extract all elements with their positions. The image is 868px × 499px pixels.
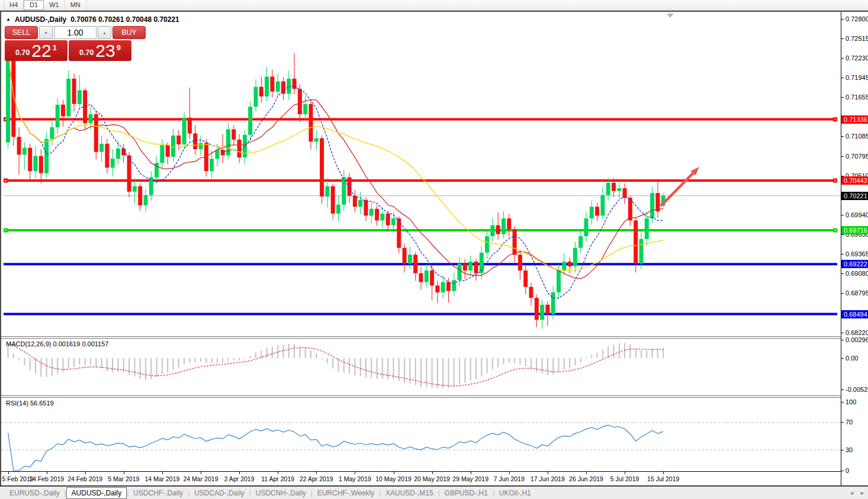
buy-button[interactable]: BUY	[112, 26, 146, 39]
volume-increase-button[interactable]: ▲	[98, 26, 111, 39]
date-tick	[8, 472, 9, 474]
tab-xauusd-m15[interactable]: XAUUSD-,M15	[381, 488, 438, 498]
price-tick-label: 0.68220	[846, 329, 868, 336]
date-tick	[663, 472, 664, 474]
date-tick	[548, 472, 548, 474]
sell-price-prefix: 0.70	[15, 49, 30, 57]
rsi-tick	[841, 402, 844, 403]
date-tick-label: 10 May 2019	[375, 475, 412, 482]
tab-usdchf-daily[interactable]: USDCHF-,Daily	[128, 488, 188, 498]
timeframe-button-w1[interactable]: W1	[44, 0, 65, 10]
buy-price-tile[interactable]: 0.70 23 9	[69, 40, 131, 61]
tab-eurchf-weekly[interactable]: EURCHF-,Weekly	[313, 488, 379, 498]
price-tick-label: 0.69365	[846, 250, 868, 257]
macd-tick	[841, 358, 844, 359]
date-tick-label: 14 Feb 2019	[29, 475, 64, 482]
date-tick	[586, 472, 587, 474]
tab-eurusd-daily[interactable]: EURUSD-,Daily	[5, 488, 65, 498]
rsi-label: RSI(14) 56.6519	[6, 400, 54, 407]
macd-tick-label: 0.00	[846, 355, 858, 362]
chevron-down-icon[interactable]	[667, 14, 674, 18]
ohlc-values: 0.70076 0.70261 0.70048 0.70221	[70, 15, 179, 24]
date-tick	[278, 472, 278, 474]
level-price-label: 0.71336	[841, 115, 868, 124]
tabs-scroll-left-icon[interactable]: ◄	[849, 490, 854, 496]
date-tick	[509, 472, 510, 474]
price-tick	[841, 293, 844, 294]
rsi-tick	[841, 450, 844, 450]
price-tick-label: 0.69080	[846, 270, 868, 277]
chart-title: ▲ AUDUSD-,Daily 0.70076 0.70261 0.70048 …	[6, 15, 179, 24]
date-tick-label: 1 May 2019	[339, 475, 371, 482]
price-tick	[841, 38, 844, 39]
tab-usdcad-daily[interactable]: USDCAD-,Daily	[189, 488, 249, 498]
level-price-label: 0.68494	[841, 310, 868, 318]
date-tick-label: 2 Apr 2019	[224, 475, 255, 482]
price-tick	[841, 254, 844, 255]
rsi-tick	[841, 422, 844, 423]
date-tick	[432, 472, 433, 474]
price-tick	[841, 234, 844, 235]
collapse-panel-icon[interactable]: ▲	[6, 17, 11, 22]
sell-price-tile[interactable]: 0.70 22 1	[5, 40, 67, 61]
price-axis[interactable]: 0.728000.725150.722300.719450.716550.710…	[841, 12, 868, 485]
one-click-trading-panel: SELL ▼ ▲ BUY 0.70 22 1 0.70 23 9	[5, 26, 134, 61]
volume-input[interactable]	[54, 26, 97, 39]
price-tick	[841, 215, 844, 215]
rsi-tick-label: 30	[846, 446, 853, 453]
sell-button[interactable]: SELL	[5, 26, 38, 39]
date-tick	[239, 472, 240, 474]
price-tick	[841, 97, 844, 98]
price-tick-label: 0.69940	[846, 211, 868, 218]
date-tick	[47, 472, 47, 474]
macd-tick-label: 0.002962	[846, 336, 868, 343]
price-tick-label: 0.68795	[846, 289, 868, 297]
date-tick-label: 5 Jul 2019	[610, 475, 639, 482]
tab-ukoil-h1[interactable]: UKOil-,H1	[494, 488, 536, 498]
date-tick	[625, 472, 625, 474]
price-tick-label: 0.71945	[846, 74, 868, 81]
rsi-tick-label: 0	[846, 467, 849, 474]
price-tick	[841, 273, 844, 274]
date-tick-label: 20 May 2019	[414, 475, 450, 482]
macd-tick	[841, 389, 844, 390]
date-tick-label: 11 Apr 2019	[261, 475, 294, 482]
chart-plot-area[interactable]: 5 Feb 201914 Feb 201924 Feb 20195 Mar 20…	[1, 12, 841, 485]
timeframe-button-h4[interactable]: H4	[4, 0, 24, 10]
price-tick	[841, 156, 844, 157]
tabs-scroll-right-icon[interactable]: ►	[860, 490, 865, 496]
level-price-label: 0.69716	[841, 226, 868, 234]
date-tick	[394, 472, 394, 474]
level-price-label: 0.70443	[841, 176, 868, 185]
macd-label: MACD(12,26,9) 0.001619 0.001157	[6, 340, 108, 347]
tab-gbpusd-h1[interactable]: GBPUSD-,H1	[440, 488, 493, 498]
price-tick-label: 0.72515	[846, 35, 868, 42]
date-tick	[316, 472, 317, 474]
level-price-label: 0.69222	[841, 260, 868, 268]
volume-decrease-button[interactable]: ▼	[39, 26, 53, 39]
date-tick-label: 17 Jun 2019	[531, 475, 565, 482]
timeframe-button-d1[interactable]: D1	[24, 0, 44, 10]
rsi-tick-label: 70	[846, 418, 853, 426]
rsi-tick-label: 100	[846, 398, 856, 405]
current-price-label: 0.70221	[841, 192, 868, 200]
buy-price-pip: 9	[117, 43, 121, 52]
date-tick-label: 24 Mar 2019	[184, 475, 218, 482]
sell-price-big: 22	[31, 42, 51, 60]
tab-usdcnh-daily[interactable]: USDCNH-,Daily	[251, 488, 311, 498]
price-tick-label: 0.72800	[846, 15, 868, 22]
date-tick	[355, 472, 355, 474]
macd-tick	[841, 340, 844, 340]
price-tick	[841, 58, 844, 59]
tab-audusd-daily[interactable]: AUDUSD-,Daily	[66, 487, 127, 499]
macd-chart-canvas[interactable]	[1, 339, 841, 395]
timeframe-toolbar: H4D1W1MN	[0, 0, 868, 11]
price-tick-label: 0.71085	[846, 133, 868, 140]
chart-window: 5 Feb 201914 Feb 201924 Feb 20195 Mar 20…	[0, 11, 868, 485]
timeframe-button-mn[interactable]: MN	[65, 0, 86, 10]
price-tick	[841, 333, 844, 333]
terminal-window: H4D1W1MN 5 Feb 201914 Feb 201924 Feb 201…	[0, 0, 868, 499]
rsi-chart-canvas[interactable]	[1, 398, 841, 471]
date-axis[interactable]: 5 Feb 201914 Feb 201924 Feb 20195 Mar 20…	[1, 471, 841, 486]
price-tick-label: 0.70795	[846, 153, 868, 160]
